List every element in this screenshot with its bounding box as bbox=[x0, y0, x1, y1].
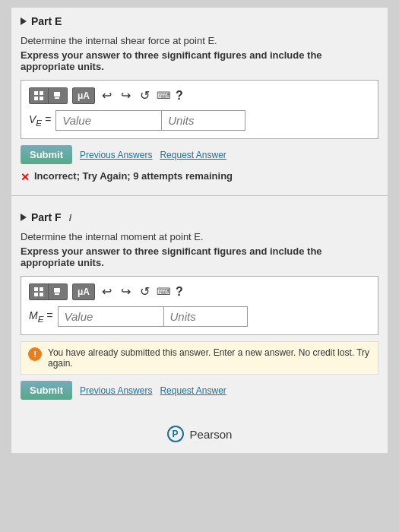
svg-rect-3 bbox=[40, 97, 43, 100]
part-e-label: Part E bbox=[31, 15, 62, 27]
part-f-label: Part F bbox=[31, 211, 62, 223]
grid-icon-btn-f[interactable] bbox=[30, 284, 49, 299]
part-e-header: Part E bbox=[21, 15, 378, 27]
part-e-error-text: Incorrect; Try Again; 9 attempts remaini… bbox=[34, 170, 233, 182]
svg-rect-1 bbox=[40, 91, 43, 95]
keyboard-icon-e: ⌨ bbox=[157, 90, 171, 101]
help-icon-e[interactable]: ? bbox=[176, 89, 183, 103]
mu-a-label-f: μA bbox=[72, 283, 95, 300]
reset-btn-e[interactable]: ↺ bbox=[138, 87, 152, 104]
part-e-error: ✕ Incorrect; Try Again; 9 attempts remai… bbox=[21, 170, 378, 183]
svg-rect-8 bbox=[34, 293, 38, 296]
part-e-btn-row: Submit Previous Answers Request Answer bbox=[21, 145, 378, 164]
section-divider bbox=[11, 195, 388, 196]
svg-rect-9 bbox=[40, 293, 43, 296]
part-e-units-input[interactable] bbox=[162, 110, 245, 131]
svg-rect-5 bbox=[55, 97, 59, 99]
part-e-input-box: μA ↩ ↪ ↺ ⌨ ? VE = bbox=[21, 80, 378, 139]
grid-icon-btn-e[interactable] bbox=[30, 88, 49, 103]
undo-btn-f[interactable]: ↩ bbox=[100, 283, 114, 300]
part-f-header: Part F / bbox=[21, 211, 378, 223]
collapse-icon-e[interactable] bbox=[21, 17, 27, 25]
toolbar-btn-group-f bbox=[29, 283, 68, 300]
part-e-previous-btn[interactable]: Previous Answers bbox=[80, 150, 152, 160]
part-f-info-box: ! You have already submitted this answer… bbox=[21, 341, 378, 375]
part-f-units-input[interactable] bbox=[164, 306, 248, 327]
svg-rect-0 bbox=[34, 91, 38, 95]
part-f-submit-btn[interactable]: Submit bbox=[21, 381, 72, 400]
part-e-variable: VE = bbox=[29, 113, 51, 128]
pearson-footer: P Pearson bbox=[11, 418, 388, 453]
svg-rect-2 bbox=[34, 97, 38, 100]
page-container: Part E Determine the internal shear forc… bbox=[11, 8, 388, 453]
part-f-request-btn[interactable]: Request Answer bbox=[160, 385, 226, 396]
info-icon-f: ! bbox=[28, 347, 42, 361]
part-f-toolbar: μA ↩ ↪ ↺ ⌨ ? bbox=[29, 283, 370, 300]
part-f-variable: ME = bbox=[29, 309, 53, 324]
collapse-icon-f[interactable] bbox=[21, 214, 27, 221]
part-e-answer-row: VE = bbox=[29, 110, 370, 131]
part-f-sub-label: / bbox=[69, 212, 72, 223]
part-f-value-input[interactable] bbox=[58, 306, 164, 327]
part-f-info-text: You have already submitted this answer. … bbox=[48, 347, 371, 369]
pearson-logo-circle: P bbox=[167, 426, 184, 442]
part-f-instruction: Determine the internal moment at point E… bbox=[21, 231, 378, 242]
mu-a-label-e: μA bbox=[72, 87, 95, 104]
part-e-value-input[interactable] bbox=[55, 110, 162, 131]
svg-rect-10 bbox=[54, 288, 60, 293]
part-e-toolbar: μA ↩ ↪ ↺ ⌨ ? bbox=[29, 87, 370, 104]
part-f-answer-row: ME = bbox=[29, 306, 370, 327]
pearson-logo-letter: P bbox=[173, 429, 179, 439]
part-e-request-btn[interactable]: Request Answer bbox=[160, 150, 226, 160]
svg-rect-6 bbox=[34, 287, 38, 291]
part-f-previous-btn[interactable]: Previous Answers bbox=[80, 385, 152, 396]
part-e-instruction: Determine the internal shear force at po… bbox=[21, 35, 378, 46]
keyboard-icon-f: ⌨ bbox=[157, 286, 171, 297]
help-icon-f[interactable]: ? bbox=[176, 285, 183, 299]
error-x-icon-e: ✕ bbox=[21, 171, 30, 183]
toolbar-btn-group-e bbox=[29, 87, 68, 104]
svg-rect-4 bbox=[54, 92, 60, 97]
pencil-icon-btn-e[interactable] bbox=[49, 88, 67, 103]
part-e-submit-btn[interactable]: Submit bbox=[21, 145, 72, 164]
part-f-btn-row: Submit Previous Answers Request Answer bbox=[21, 381, 378, 400]
svg-rect-11 bbox=[55, 293, 59, 295]
svg-rect-7 bbox=[40, 287, 43, 291]
pencil-icon-btn-f[interactable] bbox=[49, 284, 67, 299]
part-f-input-box: μA ↩ ↪ ↺ ⌨ ? ME = bbox=[21, 276, 378, 335]
reset-btn-f[interactable]: ↺ bbox=[138, 283, 152, 300]
part-f-instruction-bold: Express your answer to three significant… bbox=[21, 245, 378, 268]
part-f-section: Part F / Determine the internal moment a… bbox=[11, 204, 388, 415]
redo-btn-e[interactable]: ↪ bbox=[119, 87, 133, 104]
undo-btn-e[interactable]: ↩ bbox=[100, 87, 114, 104]
redo-btn-f[interactable]: ↪ bbox=[119, 283, 133, 300]
part-e-section: Part E Determine the internal shear forc… bbox=[11, 8, 388, 192]
pearson-brand-text: Pearson bbox=[190, 428, 233, 441]
part-e-instruction-bold: Express your answer to three significant… bbox=[21, 49, 378, 72]
